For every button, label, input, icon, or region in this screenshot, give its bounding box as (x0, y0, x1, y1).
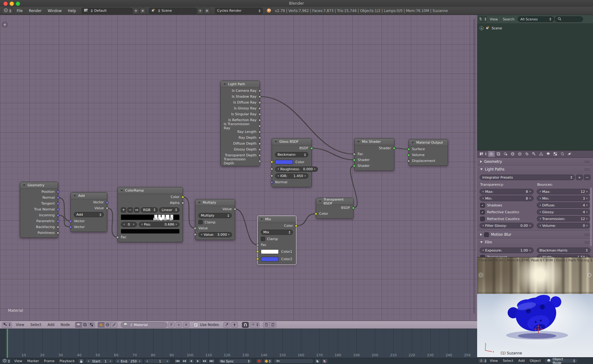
socket[interactable] (194, 227, 197, 230)
ramp-stop-marker[interactable] (160, 217, 162, 220)
panel-grip-icon[interactable] (584, 241, 590, 244)
go-to-parent-icon[interactable] (231, 322, 238, 328)
tree-type-texture-button[interactable] (88, 322, 95, 328)
ramp-flip-button[interactable]: ↔ (134, 207, 139, 213)
node-title[interactable]: Mix (258, 216, 296, 223)
socket[interactable] (407, 159, 410, 162)
socket[interactable] (258, 89, 261, 92)
socket[interactable] (57, 202, 59, 205)
socket[interactable] (116, 236, 119, 239)
editor-type-3dview-button[interactable] (478, 358, 487, 363)
record-icon[interactable] (256, 359, 262, 363)
delete-keyframe-icon[interactable] (322, 359, 328, 363)
snap-magnet-icon[interactable] (242, 322, 249, 328)
outliner-menu-search[interactable]: Search (500, 17, 517, 21)
panel-light-paths-header[interactable]: Light Paths (477, 165, 593, 173)
frame-end-field[interactable]: End: 250 (115, 359, 143, 363)
socket[interactable] (256, 243, 259, 246)
scene-selector[interactable]: Scene (149, 8, 197, 14)
ramp-select[interactable]: Linear (159, 207, 180, 213)
ramp-delete-button[interactable]: − (127, 207, 133, 213)
light-paths-field-max[interactable]: Max:8 (480, 189, 534, 194)
socket[interactable] (270, 161, 273, 163)
node-materialoutput[interactable]: Material OutputSurfaceVolumeDisplacement (409, 139, 448, 166)
render-engine-selector[interactable]: Cycles Render (215, 8, 263, 14)
node-title[interactable]: Material Output (409, 139, 448, 146)
editor-type-timeline-button[interactable] (2, 359, 11, 363)
socket[interactable] (57, 226, 59, 228)
light-paths-checkbox-shadows[interactable]: ✓Shadows (480, 202, 534, 208)
socket[interactable] (315, 212, 317, 215)
socket[interactable] (258, 101, 261, 104)
node-editor-scrollbar[interactable] (473, 19, 475, 314)
info-menu-window[interactable]: Window (44, 9, 65, 13)
properties-tab-layers[interactable] (495, 151, 502, 157)
node-add[interactable]: AddVectorValueAddVectorVector (70, 192, 107, 232)
socket[interactable] (407, 154, 410, 156)
node-mixshader[interactable]: Mix ShaderShaderFacShaderShader (354, 138, 394, 171)
node-editor-menu-node[interactable]: Node (57, 323, 73, 327)
socket[interactable] (310, 147, 313, 150)
film-checkbox-transparent[interactable]: Transparent (480, 254, 534, 257)
socket[interactable] (234, 208, 236, 210)
node-editor-menu-select[interactable]: Select (27, 323, 44, 327)
ramp-stop-marker[interactable] (157, 217, 159, 220)
light-paths-field-min[interactable]: Min:3 (537, 196, 591, 201)
ramp-stop-marker[interactable] (164, 217, 167, 220)
timeline-track[interactable]: 1020304050607080901001101201301401501601… (0, 329, 477, 358)
ramp-stop-marker[interactable] (170, 217, 172, 220)
socket[interactable] (270, 175, 273, 177)
node-title[interactable]: Transparent BSDF (316, 198, 353, 205)
current-frame-field[interactable]: 1 (144, 359, 171, 363)
node-colorramp[interactable]: ColorRampColorAlpha+−↔RGBLinear0Pos:0.68… (117, 187, 183, 242)
jump-to-start-icon[interactable] (175, 359, 181, 363)
keying-set-selector[interactable] (263, 359, 273, 363)
film-select[interactable]: Blackman-Harris (537, 248, 591, 253)
frame-start-field[interactable]: Start: 1 (85, 359, 114, 363)
viewport-menu-view[interactable]: View (487, 359, 500, 363)
outliner-scope-selector[interactable]: All Scenes (518, 16, 554, 22)
previous-keyframe-icon[interactable] (181, 359, 188, 363)
light-paths-field-min[interactable]: Min:8 (480, 196, 534, 201)
close-layout-button[interactable]: ✕ (140, 8, 146, 14)
light-paths-field-diffuse[interactable]: Diffuse:4 (537, 202, 591, 208)
panel-grip-icon[interactable] (584, 160, 590, 163)
film-field-width[interactable]: Width:1.50 (537, 254, 591, 257)
node-checkbox-clamp[interactable]: Clamp (195, 219, 235, 225)
socket[interactable] (258, 154, 261, 157)
tree-type-shader-button[interactable] (75, 322, 82, 328)
play-reverse-icon[interactable] (188, 359, 194, 363)
panel-motion-blur-header[interactable]: Motion Blur (477, 231, 593, 238)
socket[interactable] (353, 164, 356, 167)
lock-icon[interactable] (78, 359, 84, 363)
node-editor-menu-view[interactable]: View (13, 323, 27, 327)
shader-object-button[interactable] (98, 322, 104, 328)
use-nodes-checkbox[interactable]: ✓ (193, 323, 198, 327)
socket[interactable] (258, 148, 261, 151)
node-lightpath[interactable]: Light PathIs Camera RayIs Shadow RayIs D… (220, 81, 260, 166)
active-keying-set-field[interactable] (273, 359, 314, 363)
properties-tab-material[interactable] (545, 151, 552, 157)
panel-grip-icon[interactable] (584, 233, 590, 236)
viewport-menu-add[interactable]: Add (516, 359, 527, 363)
panel-grip-icon[interactable] (584, 168, 590, 171)
snap-target-icon[interactable] (250, 322, 260, 328)
node-select-add[interactable]: Add (74, 212, 104, 217)
node-checkbox-clamp[interactable]: Clamp (258, 236, 296, 242)
socket[interactable] (106, 201, 108, 204)
shader-lamp-button[interactable] (111, 322, 117, 328)
timeline-menu-marker[interactable]: Marker (25, 359, 41, 363)
properties-tab-camera[interactable] (488, 151, 495, 157)
viewport-zoom-out-icon[interactable]: + (587, 272, 592, 278)
viewport-zoom-in-icon[interactable]: + (478, 272, 484, 278)
panel-geometry-header[interactable]: Geometry (477, 158, 593, 165)
new-material-button[interactable]: + (176, 322, 182, 328)
socket[interactable] (194, 233, 197, 236)
node-slider-value2[interactable]: Value:3.000 (198, 232, 232, 237)
socket[interactable] (57, 220, 59, 222)
color-ramp-gradient[interactable] (121, 214, 180, 220)
node-slider-ior[interactable]: IOR:1.450 (275, 173, 308, 179)
node-glass[interactable]: Glass BSDFBSDFBeckmannColorRoughness:0.0… (272, 138, 312, 187)
socket[interactable] (295, 224, 298, 227)
ramp-select[interactable]: RGB (141, 207, 158, 213)
